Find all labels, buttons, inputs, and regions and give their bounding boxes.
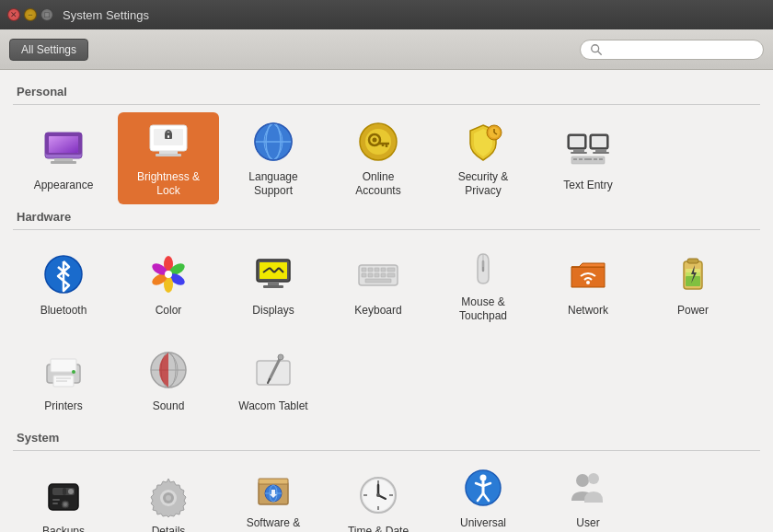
settings-item-user-accounts[interactable]: UserAccounts xyxy=(537,458,639,532)
section-divider-hardware xyxy=(13,229,760,230)
svg-point-106 xyxy=(166,495,171,501)
system-grid: Backups Details xyxy=(13,458,760,532)
svg-point-98 xyxy=(63,503,67,506)
bluetooth-icon xyxy=(40,250,87,298)
maximize-button[interactable]: □ xyxy=(40,8,53,21)
settings-item-security-privacy[interactable]: Security &Privacy xyxy=(433,112,534,204)
settings-item-online-accounts[interactable]: OnlineAccounts xyxy=(328,112,429,204)
svg-rect-77 xyxy=(687,259,698,263)
svg-point-86 xyxy=(72,370,75,374)
svg-rect-13 xyxy=(167,135,169,138)
backups-icon xyxy=(40,471,87,519)
svg-rect-100 xyxy=(52,503,58,504)
software-updates-label: Software &Updates xyxy=(247,516,301,532)
titlebar: ✕ − □ System Settings xyxy=(0,0,773,29)
settings-item-appearance[interactable]: Appearance xyxy=(13,112,114,204)
details-label: Details xyxy=(152,525,186,532)
svg-point-51 xyxy=(165,271,172,278)
settings-item-printers[interactable]: Printers xyxy=(13,333,114,425)
svg-rect-62 xyxy=(362,268,366,272)
svg-point-120 xyxy=(376,493,380,497)
settings-item-universal-access[interactable]: UniversalAccess xyxy=(433,458,534,532)
section-header-personal: Personal xyxy=(17,85,760,98)
close-button[interactable]: ✕ xyxy=(7,8,20,21)
settings-item-bluetooth[interactable]: Bluetooth xyxy=(13,237,114,330)
brightness-lock-label: Brightness &Lock xyxy=(137,170,200,199)
svg-rect-10 xyxy=(159,151,178,154)
svg-rect-6 xyxy=(54,158,73,161)
svg-point-128 xyxy=(576,474,589,487)
settings-item-wacom-tablet[interactable]: Wacom Tablet xyxy=(223,333,324,425)
universal-access-icon xyxy=(459,466,507,511)
svg-point-122 xyxy=(480,475,487,481)
svg-rect-82 xyxy=(51,359,76,372)
color-icon xyxy=(144,250,192,298)
settings-item-network[interactable]: Network xyxy=(537,237,639,330)
displays-label: Displays xyxy=(252,304,294,318)
settings-item-details[interactable]: Details xyxy=(118,458,219,532)
settings-item-time-date[interactable]: Time & Date xyxy=(328,458,429,532)
printers-icon xyxy=(40,346,87,394)
svg-rect-68 xyxy=(368,273,373,277)
details-icon xyxy=(144,471,192,519)
settings-item-keyboard[interactable]: Keyboard xyxy=(328,237,429,330)
settings-item-software-updates[interactable]: Software &Updates xyxy=(223,458,324,532)
section-header-hardware: Hardware xyxy=(17,210,760,224)
security-privacy-label: Security &Privacy xyxy=(458,170,509,199)
section-divider-system xyxy=(13,450,760,451)
svg-rect-72 xyxy=(365,279,391,283)
search-icon xyxy=(590,43,603,56)
personal-grid: Appearance Brightness &Lock xyxy=(13,112,760,204)
svg-rect-35 xyxy=(595,149,606,152)
keyboard-icon xyxy=(354,250,402,298)
svg-rect-31 xyxy=(573,149,584,152)
window-title: System Settings xyxy=(63,8,149,22)
settings-item-backups[interactable]: Backups xyxy=(13,458,114,532)
section-divider-personal xyxy=(13,104,760,105)
section-header-system: System xyxy=(17,431,760,445)
bluetooth-label: Bluetooth xyxy=(40,304,87,318)
svg-line-1 xyxy=(598,51,602,54)
svg-point-129 xyxy=(588,473,599,484)
brightness-lock-icon xyxy=(144,120,192,165)
svg-rect-99 xyxy=(52,499,60,501)
search-input[interactable] xyxy=(606,43,754,56)
settings-item-displays[interactable]: Displays xyxy=(223,237,324,330)
settings-item-power[interactable]: Power xyxy=(642,237,744,330)
toolbar: All Settings xyxy=(0,29,773,70)
settings-item-text-entry[interactable]: Text Entry xyxy=(537,112,639,204)
all-settings-button[interactable]: All Settings xyxy=(9,39,88,61)
network-label: Network xyxy=(568,304,608,318)
backups-label: Backups xyxy=(42,525,85,532)
svg-point-24 xyxy=(373,138,377,143)
svg-point-75 xyxy=(586,281,590,284)
color-label: Color xyxy=(156,304,182,318)
language-support-icon xyxy=(249,120,297,165)
search-box xyxy=(580,40,764,60)
minimize-button[interactable]: − xyxy=(24,8,37,21)
svg-rect-69 xyxy=(375,273,379,277)
svg-rect-71 xyxy=(387,273,395,277)
svg-rect-108 xyxy=(259,479,288,484)
svg-rect-67 xyxy=(362,273,366,277)
software-updates-icon xyxy=(249,466,297,511)
time-date-icon xyxy=(354,471,402,519)
svg-rect-5 xyxy=(49,136,78,153)
svg-rect-39 xyxy=(579,158,583,160)
svg-point-96 xyxy=(68,489,74,494)
security-privacy-icon xyxy=(459,120,507,165)
power-label: Power xyxy=(677,304,709,318)
settings-item-sound[interactable]: Sound xyxy=(118,333,219,425)
settings-item-mouse-touchpad[interactable]: Mouse &Touchpad xyxy=(433,237,534,330)
printers-label: Printers xyxy=(44,399,82,414)
svg-rect-56 xyxy=(263,285,283,288)
svg-rect-65 xyxy=(381,268,386,272)
user-accounts-icon xyxy=(564,466,612,511)
svg-rect-38 xyxy=(573,158,577,160)
settings-item-color[interactable]: Color xyxy=(118,237,219,330)
settings-item-language-support[interactable]: LanguageSupport xyxy=(223,112,324,204)
settings-item-brightness-lock[interactable]: Brightness &Lock xyxy=(118,112,219,204)
svg-point-102 xyxy=(63,489,66,492)
svg-rect-41 xyxy=(594,158,597,160)
user-accounts-label: UserAccounts xyxy=(565,516,610,532)
